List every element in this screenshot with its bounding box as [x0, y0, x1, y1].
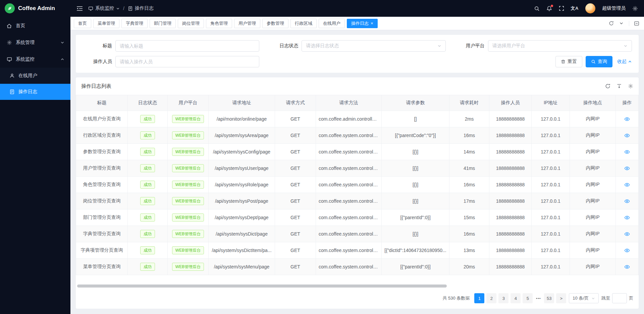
- jump-suffix-label: 页: [629, 295, 633, 301]
- view-detail-eye-icon[interactable]: [624, 248, 630, 253]
- avatar[interactable]: [585, 3, 595, 13]
- cell-log-status: 成功: [128, 259, 168, 275]
- view-detail-eye-icon[interactable]: [624, 215, 630, 221]
- tab[interactable]: 字典管理: [121, 19, 148, 28]
- chevron-down-icon[interactable]: [619, 21, 624, 25]
- cell-request-function: com.coffee.system.controlle...: [316, 144, 382, 160]
- cell-request-function: com.coffee.system.controlle...: [316, 177, 382, 193]
- tab[interactable]: 在线用户: [319, 19, 345, 28]
- tab[interactable]: 部门管理: [150, 19, 176, 28]
- view-detail-eye-icon[interactable]: [624, 116, 630, 122]
- sidebar-item-home[interactable]: 首页: [0, 17, 70, 34]
- collapse-sidebar-icon[interactable]: [76, 6, 83, 11]
- document-icon: [128, 6, 133, 11]
- view-detail-eye-icon[interactable]: [624, 231, 630, 237]
- cell-log-status: 成功: [128, 127, 168, 144]
- cell-ip-address: 127.0.0.1: [532, 242, 570, 259]
- sidebar-item-label: 系统监控: [16, 56, 35, 62]
- sidebar-item-label: 首页: [16, 23, 25, 29]
- breadcrumb-item-monitor[interactable]: 系统监控: [88, 5, 120, 11]
- tab[interactable]: 角色管理: [206, 19, 232, 28]
- column-header: 请求参数: [382, 95, 449, 111]
- translate-icon[interactable]: 文A: [571, 5, 579, 11]
- refresh-icon[interactable]: [605, 83, 610, 89]
- filter-field-operator: 操作人员: [83, 56, 259, 67]
- tab[interactable]: 菜单管理: [93, 19, 119, 28]
- tab-label: 部门管理: [154, 20, 171, 26]
- view-detail-eye-icon[interactable]: [624, 133, 630, 138]
- logo: Coffee Admin: [0, 0, 70, 17]
- refresh-icon[interactable]: [609, 21, 614, 26]
- pager-pages: 12345•••53>: [474, 293, 566, 303]
- sidebar-item-system-monitor[interactable]: 系统监控: [0, 51, 70, 68]
- view-detail-eye-icon[interactable]: [624, 166, 630, 171]
- user-platform-select[interactable]: 请选择用户平台: [488, 40, 632, 52]
- cell-request-url: /api/system/sysMenu/page: [209, 259, 275, 275]
- page-size-select[interactable]: 10 条/页: [569, 293, 599, 303]
- cell-request-function: com.coffee.system.controlle...: [316, 127, 382, 144]
- content-fullscreen-icon[interactable]: [629, 21, 639, 26]
- sidebar-item-online-users[interactable]: 在线用户: [0, 68, 70, 84]
- title-input[interactable]: [115, 40, 259, 52]
- tab[interactable]: 用户管理: [234, 19, 260, 28]
- row-density-icon[interactable]: [616, 83, 622, 89]
- sidebar-item-system-management[interactable]: 系统管理: [0, 34, 70, 51]
- filter-field-log-status: 日志状态 请选择日志状态: [269, 40, 445, 52]
- page-button[interactable]: 2: [486, 293, 496, 303]
- jump-page-input[interactable]: [612, 293, 627, 303]
- pager-more-icon[interactable]: •••: [535, 296, 542, 300]
- cell-user-platform: WEB管理后台: [168, 111, 209, 127]
- operator-input[interactable]: [115, 56, 259, 67]
- tab-label: 在线用户: [323, 20, 340, 26]
- platform-badge: WEB管理后台: [172, 131, 204, 139]
- tab-close-icon[interactable]: ×: [371, 21, 373, 25]
- cell-title: 字典项管理分页查询: [76, 242, 128, 259]
- next-page-button[interactable]: >: [556, 293, 566, 303]
- log-status-select[interactable]: 请选择日志状态: [302, 40, 445, 52]
- cell-request-function: com.coffee.system.controlle...: [316, 242, 382, 259]
- tab[interactable]: 参数管理: [262, 19, 288, 28]
- page-button[interactable]: 4: [511, 293, 521, 303]
- view-detail-eye-icon[interactable]: [624, 149, 630, 155]
- fullscreen-icon[interactable]: [559, 6, 564, 11]
- view-detail-eye-icon[interactable]: [624, 198, 630, 204]
- cell-location: 内网IP: [570, 144, 616, 160]
- select-placeholder: 请选择用户平台: [492, 43, 525, 49]
- query-button[interactable]: 查询: [586, 56, 612, 67]
- sidebar-item-operation-log[interactable]: 操作日志: [0, 84, 70, 100]
- username[interactable]: 超级管理员: [602, 5, 626, 11]
- column-settings-gear-icon[interactable]: [628, 83, 633, 89]
- cell-request-method: GET: [275, 177, 316, 193]
- page-button[interactable]: 1: [474, 293, 484, 303]
- collapse-filter-link[interactable]: 收起: [617, 59, 632, 65]
- cell-location: 内网IP: [570, 242, 616, 259]
- table-empty-space: [76, 275, 639, 282]
- tab[interactable]: 首页: [74, 19, 91, 28]
- chevron-down-icon: [591, 297, 595, 300]
- notification-bell-icon[interactable]: [546, 6, 552, 11]
- platform-badge: WEB管理后台: [172, 213, 204, 222]
- cell-title: 岗位管理分页查询: [76, 193, 128, 209]
- platform-badge: WEB管理后台: [172, 115, 204, 123]
- view-detail-eye-icon[interactable]: [624, 264, 630, 270]
- cell-operator: 18888888888: [489, 127, 532, 144]
- page-button[interactable]: 5: [523, 293, 533, 303]
- status-badge: 成功: [140, 213, 155, 222]
- page-button[interactable]: 53: [544, 293, 554, 303]
- tab[interactable]: 行政区域: [290, 19, 317, 28]
- settings-gear-icon[interactable]: [632, 6, 638, 11]
- tab[interactable]: 操作日志×: [347, 19, 378, 28]
- cell-request-params: [{"dictId":140647326180950...: [382, 242, 449, 259]
- platform-badge: WEB管理后台: [172, 197, 204, 205]
- cell-user-platform: WEB管理后台: [168, 160, 209, 177]
- scrollbar-thumb[interactable]: [77, 285, 447, 288]
- cell-request-url: /api/system/sysConfig/page: [209, 144, 275, 160]
- reset-button[interactable]: 重置: [555, 56, 582, 67]
- tab-label: 菜单管理: [98, 20, 115, 26]
- cell-action: [616, 111, 639, 127]
- tab[interactable]: 岗位管理: [178, 19, 204, 28]
- view-detail-eye-icon[interactable]: [624, 182, 630, 188]
- table-row: 部门管理分页查询成功WEB管理后台/api/system/sysDept/pag…: [76, 209, 639, 226]
- search-icon[interactable]: [534, 6, 540, 11]
- page-button[interactable]: 3: [498, 293, 508, 303]
